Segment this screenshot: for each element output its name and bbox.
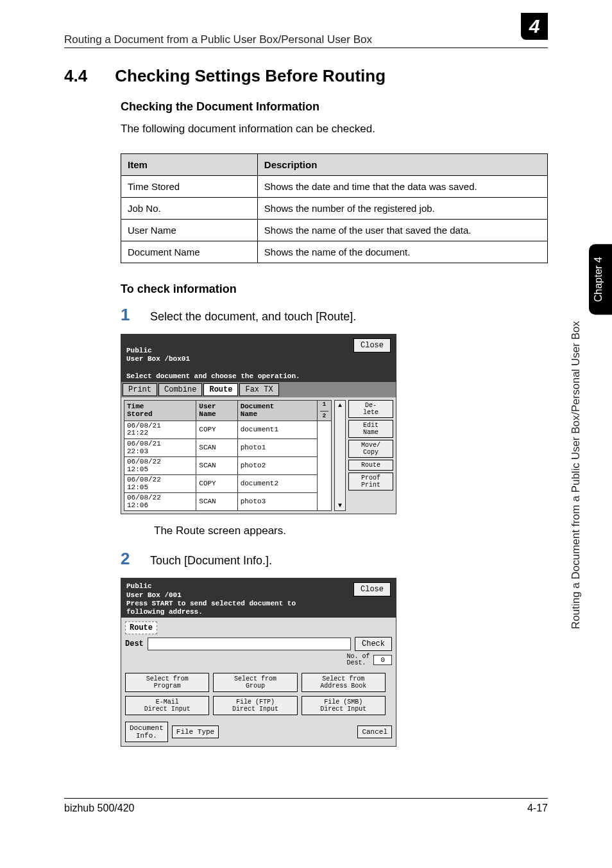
step-2-number: 2 [121, 549, 133, 569]
list-cell: 06/08/22 12:05 [124, 475, 196, 493]
section-title-text: Checking Settings Before Routing [115, 66, 386, 85]
th-item: Item [121, 154, 258, 176]
scroll-bar[interactable]: ▲ ▼ [334, 400, 346, 511]
table-cell: Shows the number of the registered job. [257, 198, 547, 220]
screenshot-route: Public User Box /001 Press START to send… [121, 578, 396, 747]
close-button[interactable]: Close [353, 582, 391, 596]
table-cell: Document Name [121, 241, 258, 263]
table-row: Job No.Shows the number of the registere… [121, 198, 548, 220]
select-from-address-book-button[interactable]: Select from Address Book [302, 673, 386, 692]
chapter-number-badge: 4 [521, 13, 548, 40]
select-from-group-button[interactable]: Select from Group [213, 673, 297, 692]
table-row: Time StoredShows the date and time that … [121, 176, 548, 198]
scroll-up-icon[interactable]: ▲ [335, 402, 345, 409]
tab-route[interactable]: Route [203, 383, 238, 396]
col-document-name: Document Name [237, 400, 317, 421]
table-cell: Time Stored [121, 176, 258, 198]
list-cell: 06/08/22 12:05 [124, 457, 196, 475]
spacer-cell [318, 421, 332, 510]
ss1-tab-bar: Print Combine Route Fax TX [121, 382, 396, 397]
list-cell: photo1 [237, 439, 317, 457]
list-cell: 06/08/21 22:03 [124, 439, 196, 457]
table-row: Document NameShows the name of the docum… [121, 241, 548, 263]
col-user-name: User Name [196, 400, 237, 421]
table-cell: Shows the date and time that the data wa… [257, 176, 547, 198]
table-cell: User Name [121, 220, 258, 241]
list-item[interactable]: 06/08/21 21:22COPYdocument1 [124, 421, 332, 438]
intro-paragraph: The following document information can b… [121, 123, 548, 135]
step-1-number: 1 [121, 305, 133, 325]
info-table: Item Description Time StoredShows the da… [121, 153, 548, 263]
section-number: 4.4 [64, 66, 110, 86]
file-type-button[interactable]: File Type [172, 725, 219, 738]
tab-fax-tx[interactable]: Fax TX [239, 383, 278, 396]
table-cell: Shows the name of the user that saved th… [257, 220, 547, 241]
list-cell: COPY [196, 421, 237, 438]
document-list-table: Time Stored User Name Document Name 12 0… [124, 400, 332, 511]
dest-count-value: 0 [373, 655, 392, 665]
move-copy-button[interactable]: Move/ Copy [348, 440, 393, 458]
tab-combine[interactable]: Combine [158, 383, 202, 396]
dest-label: Dest [125, 639, 144, 648]
list-cell: COPY [196, 475, 237, 493]
section-heading: 4.4 Checking Settings Before Routing [64, 66, 548, 86]
ss1-title-prompt: Select document and choose the operation… [126, 372, 300, 380]
list-cell: document2 [237, 475, 317, 493]
file-smb-direct-input-button[interactable]: File (SMB) Direct Input [302, 696, 386, 715]
subhead-doc-info: Checking the Document Information [121, 100, 548, 114]
check-button[interactable]: Check [355, 637, 392, 651]
scroll-down-icon[interactable]: ▼ [335, 502, 345, 509]
de-lete-button[interactable]: De- lete [348, 400, 393, 418]
step-2-text: Touch [Document Info.]. [150, 554, 272, 568]
e-mail-direct-input-button[interactable]: E-Mail Direct Input [125, 696, 209, 715]
route-button[interactable]: Route [348, 460, 393, 471]
table-row: User NameShows the name of the user that… [121, 220, 548, 241]
route-screen-caption: The Route screen appears. [154, 525, 548, 537]
running-head: Routing a Document from a Public User Bo… [64, 33, 372, 46]
step-1-text: Select the document, and touch [Route]. [150, 310, 356, 324]
list-item[interactable]: 06/08/22 12:05COPYdocument2 [124, 475, 332, 493]
file-ftp-direct-input-button[interactable]: File (FTP) Direct Input [213, 696, 297, 715]
list-item[interactable]: 06/08/21 22:03SCANphoto1 [124, 439, 332, 457]
proof-print-button[interactable]: Proof Print [348, 473, 393, 490]
list-cell: SCAN [196, 439, 237, 457]
close-button[interactable]: Close [353, 338, 391, 352]
footer-page-number: 4-17 [527, 803, 548, 814]
list-cell: photo2 [237, 457, 317, 475]
document-info-button[interactable]: Document Info. [125, 722, 168, 742]
footer-model: bizhub 500/420 [64, 803, 527, 814]
tab-print[interactable]: Print [123, 383, 157, 396]
select-from-program-button[interactable]: Select from Program [125, 673, 209, 692]
list-cell: photo3 [237, 493, 317, 511]
col-page-indicator: 12 [318, 400, 332, 421]
list-cell: document1 [237, 421, 317, 438]
list-item[interactable]: 06/08/22 12:06SCANphoto3 [124, 493, 332, 511]
list-item[interactable]: 06/08/22 12:05SCANphoto2 [124, 457, 332, 475]
cancel-button[interactable]: Cancel [357, 725, 392, 738]
list-cell: 06/08/21 21:22 [124, 421, 196, 438]
dest-count-label: No. of Dest. [346, 654, 370, 666]
table-cell: Shows the name of the document. [257, 241, 547, 263]
route-section-label: Route [125, 621, 157, 634]
table-cell: Job No. [121, 198, 258, 220]
th-description: Description [257, 154, 547, 176]
col-time-stored[interactable]: Time Stored [124, 400, 196, 421]
edit-name-button[interactable]: Edit Name [348, 420, 393, 438]
list-cell: SCAN [196, 493, 237, 511]
subhead-check-info: To check information [121, 282, 548, 296]
dest-field [148, 638, 351, 650]
list-cell: SCAN [196, 457, 237, 475]
ss2-title: Public User Box /001 Press START to send… [126, 582, 353, 616]
ss1-title-box: Public User Box /box01 [126, 347, 190, 363]
list-cell: 06/08/22 12:06 [124, 493, 196, 511]
screenshot-box-list: Public User Box /box01 Select document a… [121, 334, 396, 514]
